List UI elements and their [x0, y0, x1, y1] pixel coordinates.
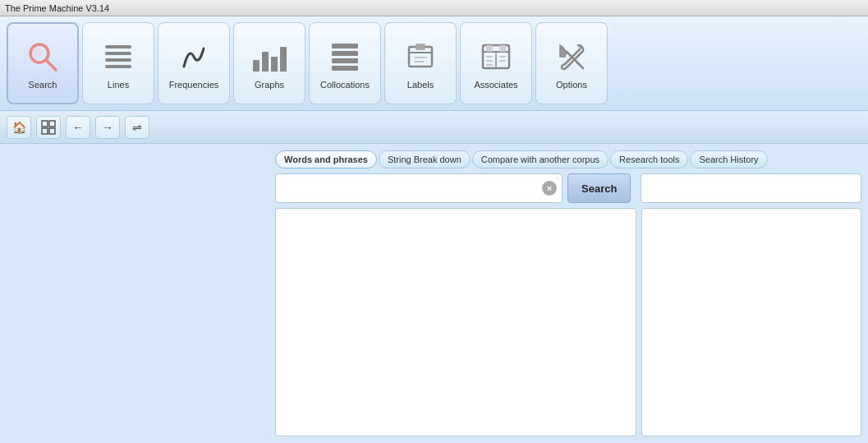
- svg-rect-26: [42, 128, 48, 134]
- toolbar: Search Lines Frequencies Graphs: [0, 16, 868, 111]
- toolbar-collocations-label: Collocations: [320, 80, 370, 90]
- sync-button[interactable]: ⇌: [125, 116, 149, 139]
- nav-bar: 🏠 ← → ⇌: [0, 111, 868, 144]
- home-button[interactable]: 🏠: [7, 116, 31, 139]
- toolbar-options-button[interactable]: Options: [535, 22, 608, 104]
- svg-rect-27: [49, 128, 55, 134]
- back-button[interactable]: ←: [66, 116, 90, 139]
- graphs-icon: [250, 37, 289, 76]
- search-icon: [23, 37, 62, 76]
- svg-rect-21: [499, 45, 506, 52]
- tab-compare-corpus[interactable]: Compare with another corpus: [472, 150, 609, 168]
- associates-icon: [476, 37, 516, 76]
- tab-search-history[interactable]: Search History: [690, 150, 767, 168]
- collocations-icon: [325, 37, 365, 76]
- frequencies-icon: [174, 37, 214, 76]
- options-icon: [552, 37, 591, 76]
- toolbar-frequencies-label: Frequencies: [169, 80, 219, 90]
- svg-rect-25: [49, 121, 55, 127]
- tabs-bar: Words and phrases String Break down Comp…: [275, 150, 861, 168]
- tab-string-breakdown[interactable]: String Break down: [379, 150, 471, 168]
- window-title: The Prime Machine V3.14: [5, 3, 109, 13]
- toolbar-labels-button[interactable]: Labels: [384, 22, 457, 104]
- toolbar-graphs-label: Graphs: [255, 80, 284, 90]
- svg-rect-20: [486, 45, 493, 52]
- tab-words-phrases[interactable]: Words and phrases: [275, 150, 377, 168]
- right-panel: Words and phrases String Break down Comp…: [275, 144, 868, 443]
- search-row: × Search: [275, 173, 861, 203]
- svg-rect-6: [332, 66, 358, 71]
- svg-rect-5: [332, 58, 358, 63]
- svg-rect-24: [42, 121, 48, 127]
- svg-line-1: [46, 60, 56, 70]
- svg-point-2: [33, 47, 43, 57]
- toolbar-graphs-button[interactable]: Graphs: [233, 22, 305, 104]
- toolbar-search-button[interactable]: Search: [7, 22, 79, 104]
- tab-research-tools[interactable]: Research tools: [610, 150, 688, 168]
- search-button[interactable]: Search: [567, 173, 631, 203]
- search-input-wrapper: ×: [275, 173, 563, 203]
- toolbar-associates-label: Associates: [474, 80, 517, 90]
- results-panel-right: [641, 208, 861, 436]
- main-content: Words and phrases String Break down Comp…: [0, 144, 868, 443]
- labels-icon: [401, 37, 440, 76]
- toolbar-search-label: Search: [29, 80, 57, 90]
- search-input[interactable]: [281, 182, 542, 194]
- toolbar-options-label: Options: [556, 80, 587, 90]
- title-bar: The Prime Machine V3.14: [0, 0, 868, 16]
- lines-icon: [99, 37, 138, 76]
- clear-button[interactable]: ×: [542, 181, 557, 196]
- second-search-input[interactable]: [641, 173, 861, 203]
- toolbar-frequencies-button[interactable]: Frequencies: [158, 22, 230, 104]
- svg-rect-4: [332, 51, 358, 56]
- layout-button[interactable]: [36, 116, 61, 139]
- left-sidebar: [0, 144, 275, 443]
- svg-rect-9: [416, 44, 425, 50]
- toolbar-associates-button[interactable]: Associates: [460, 22, 532, 104]
- toolbar-labels-label: Labels: [407, 80, 434, 90]
- toolbar-lines-label: Lines: [108, 80, 129, 90]
- panels-row: [275, 208, 861, 436]
- svg-rect-3: [332, 44, 358, 48]
- toolbar-lines-button[interactable]: Lines: [82, 22, 154, 104]
- forward-button[interactable]: →: [95, 116, 120, 139]
- toolbar-collocations-button[interactable]: Collocations: [309, 22, 381, 104]
- results-panel-left: [275, 208, 636, 436]
